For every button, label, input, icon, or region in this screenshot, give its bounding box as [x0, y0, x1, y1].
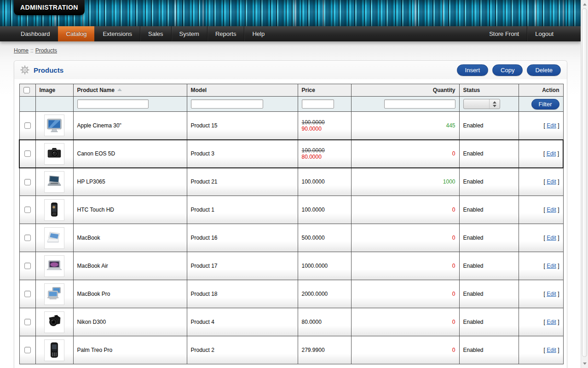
insert-button[interactable]: Insert	[457, 64, 489, 76]
product-thumbnail	[44, 115, 64, 136]
nav-item-help[interactable]: Help	[244, 26, 272, 41]
edit-link[interactable]: Edit	[547, 178, 556, 185]
logout-link[interactable]: Logout	[527, 26, 561, 41]
product-name-cell: Canon EOS 5D	[73, 140, 187, 168]
product-row: Apple Cinema 30" Product 15 100.000090.0…	[19, 112, 563, 140]
page-scrollbar[interactable]	[581, 0, 588, 368]
price-cell: 80.0000	[298, 308, 351, 336]
row-checkbox[interactable]	[24, 263, 31, 269]
row-checkbox[interactable]	[24, 150, 31, 157]
column-header-action: Action	[519, 84, 563, 97]
action-cell: [ Edit ]	[519, 336, 563, 364]
product-row: MacBook Air Product 17 1000.0000 0 Enabl…	[19, 252, 563, 280]
row-checkbox[interactable]	[24, 347, 31, 353]
edit-bracket-close: ]	[558, 150, 559, 157]
edit-bracket-close: ]	[558, 319, 559, 325]
edit-link[interactable]: Edit	[547, 263, 556, 269]
price-cell: 100.000080.0000	[298, 140, 351, 168]
row-checkbox[interactable]	[24, 122, 31, 129]
spinner-down-icon	[493, 105, 496, 107]
filter-status-select[interactable]	[463, 99, 500, 109]
edit-bracket-close: ]	[558, 291, 559, 297]
model-cell: Product 17	[187, 252, 298, 280]
filter-model-input[interactable]	[191, 99, 263, 109]
edit-bracket-close: ]	[558, 347, 559, 353]
column-header-product-name[interactable]: Product Name	[73, 84, 187, 97]
quantity-cell: 445	[351, 112, 459, 140]
product-thumbnail	[44, 339, 64, 361]
edit-link[interactable]: Edit	[547, 150, 556, 157]
product-thumbnail	[44, 199, 64, 221]
filter-price-input[interactable]	[302, 99, 334, 109]
product-name-cell: MacBook	[73, 224, 187, 252]
edit-link[interactable]: Edit	[547, 235, 556, 241]
edit-bracket-open: [	[543, 291, 545, 297]
action-cell: [ Edit ]	[519, 224, 563, 252]
edit-link[interactable]: Edit	[547, 122, 556, 129]
column-header-price[interactable]: Price	[298, 84, 351, 97]
products-panel: Products Insert Copy Delete Image Produc	[14, 60, 567, 368]
page-title: Products	[34, 66, 63, 74]
scrollbar-thumb[interactable]	[582, 8, 587, 357]
filter-row: Filter	[19, 97, 563, 112]
row-checkbox[interactable]	[24, 319, 31, 325]
column-header-model[interactable]: Model	[187, 84, 298, 97]
status-cell: Enabled	[459, 140, 519, 168]
product-thumbnail	[44, 143, 64, 165]
model-cell: Product 21	[187, 168, 298, 196]
product-thumbnail	[44, 283, 64, 305]
breadcrumb-home-link[interactable]: Home	[14, 47, 29, 54]
action-cell: [ Edit ]	[519, 252, 563, 280]
price-cell: 279.9900	[298, 336, 351, 364]
filter-button[interactable]: Filter	[531, 99, 559, 109]
price-cell: 100.0000	[298, 196, 351, 224]
filter-name-input[interactable]	[77, 99, 149, 109]
nav-item-system[interactable]: System	[171, 26, 207, 41]
edit-link[interactable]: Edit	[547, 207, 556, 213]
model-cell: Product 18	[187, 280, 298, 308]
breadcrumb-products-link[interactable]: Products	[35, 47, 57, 54]
select-all-checkbox[interactable]	[23, 87, 30, 93]
quantity-cell: 0	[351, 308, 459, 336]
product-name-cell: MacBook Pro	[73, 280, 187, 308]
edit-bracket-open: [	[543, 235, 545, 241]
copy-button[interactable]: Copy	[492, 64, 523, 76]
product-row: MacBook Pro Product 18 2000.0000 0 Enabl…	[19, 280, 563, 308]
column-header-quantity[interactable]: Quantity	[351, 84, 459, 97]
nav-item-dashboard[interactable]: Dashboard	[13, 26, 58, 41]
price-cell: 2000.0000	[298, 280, 351, 308]
status-cell: Enabled	[459, 308, 519, 336]
column-header-status[interactable]: Status	[459, 84, 519, 97]
quantity-cell: 0	[351, 140, 459, 168]
edit-link[interactable]: Edit	[547, 291, 556, 297]
price-cell: 100.0000	[298, 168, 351, 196]
delete-button[interactable]: Delete	[527, 64, 561, 76]
row-checkbox[interactable]	[24, 179, 31, 185]
panel-header: Products Insert Copy Delete	[14, 61, 567, 79]
status-cell: Enabled	[459, 224, 519, 252]
row-checkbox[interactable]	[24, 291, 31, 297]
sort-asc-icon	[117, 88, 122, 91]
edit-bracket-close: ]	[558, 207, 559, 213]
row-checkbox[interactable]	[24, 235, 31, 241]
scrollbar-down-icon[interactable]	[583, 362, 587, 365]
price-cell: 1000.0000	[298, 252, 351, 280]
edit-link[interactable]: Edit	[547, 347, 556, 353]
nav-item-reports[interactable]: Reports	[207, 26, 244, 41]
nav-utility: Store Front Logout	[481, 26, 561, 41]
filter-quantity-input[interactable]	[384, 99, 455, 109]
nav-item-extensions[interactable]: Extensions	[94, 26, 140, 41]
quantity-cell: 0	[351, 252, 459, 280]
nav-item-catalog[interactable]: Catalog	[58, 26, 95, 41]
scrollbar-up-icon[interactable]	[583, 3, 587, 6]
store-front-link[interactable]: Store Front	[481, 26, 527, 41]
nav-item-sales[interactable]: Sales	[140, 26, 171, 41]
product-thumbnail	[44, 227, 64, 249]
quantity-cell: 0	[351, 336, 459, 364]
row-checkbox[interactable]	[24, 207, 31, 213]
action-cell: [ Edit ]	[519, 196, 563, 224]
breadcrumb: Home::Products	[0, 41, 581, 54]
product-thumbnail	[44, 171, 64, 193]
action-cell: [ Edit ]	[519, 168, 563, 196]
edit-link[interactable]: Edit	[547, 319, 556, 325]
